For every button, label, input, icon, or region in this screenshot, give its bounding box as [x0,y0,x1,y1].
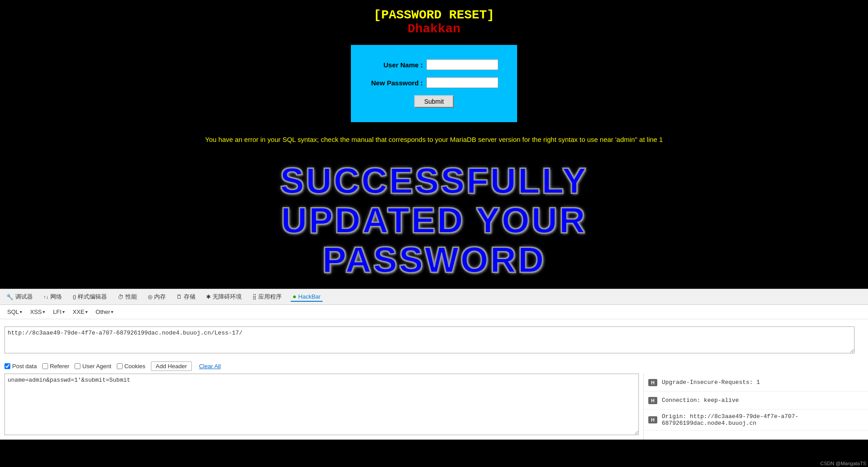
menu-other[interactable]: Other [93,308,116,316]
submit-button[interactable]: Submit [414,95,454,108]
accessibility-icon [206,294,211,300]
header-text-1: Upgrade-Insecure-Requests: 1 [662,379,760,386]
toolbar-item-accessibility[interactable]: 无障碍环境 [204,292,244,302]
password-reset-form: User Name : New Password : Submit [351,45,517,122]
header-badge-3: H [648,416,657,423]
storage-icon [177,294,182,300]
app-icon [252,294,257,300]
cookies-label: Cookies [124,363,146,370]
success-line1: SUCCESSFULLY [280,161,588,201]
browser-content: [PASSWORD RESET] Dhakkan User Name : New… [0,0,868,289]
curly-icon [73,294,76,300]
referer-checkbox-label[interactable]: Referer [42,363,69,370]
devtools-toolbar: 调试器 网络 样式编辑器 性能 内存 存储 无障碍环境 应用程序 HackBar [0,289,868,305]
toolbar-item-storage[interactable]: 存储 [175,292,197,302]
submit-row: Submit [370,95,498,108]
watermark: CSDN @MangataTS [820,461,866,466]
toolbar-label-style: 样式编辑器 [78,293,107,301]
toolbar-item-perf[interactable]: 性能 [116,292,139,302]
cookies-checkbox[interactable] [117,363,123,369]
perf-icon [118,294,124,300]
header-item-2: H Connection: keep-alive [644,392,868,410]
toolbar-label-memory: 内存 [154,293,166,301]
success-line3: PASSWORD [280,240,588,280]
referer-checkbox[interactable] [42,363,48,369]
page-subtitle: Dhakkan [407,22,461,36]
postdata-checkbox-label[interactable]: Post data [4,363,37,370]
username-input[interactable] [426,59,498,70]
useragent-label: User Agent [82,363,111,370]
toolbar-item-style[interactable]: 样式编辑器 [71,292,109,302]
useragent-checkbox-label[interactable]: User Agent [75,363,111,370]
wrench-icon [6,294,13,300]
header-badge-1: H [648,379,657,386]
password-input[interactable] [426,77,498,88]
toolbar-label-perf: 性能 [125,293,137,301]
postdata-label: Post data [12,363,37,370]
username-row: User Name : [370,59,498,70]
add-header-button[interactable]: Add Header [151,361,192,371]
main-content-area: uname=admin&passwd=1'&submit=Submit H Up… [0,374,868,440]
header-item-3: H Origin: http://8c3aae49-79de-4f7e-a707… [644,410,868,431]
toolbar-label-storage: 存储 [184,293,195,301]
toolbar-item-hackbar[interactable]: HackBar [291,292,322,302]
toolbar-label-accessibility: 无障碍环境 [213,293,242,301]
clear-all-button[interactable]: Clear All [197,362,222,370]
menu-xxe[interactable]: XXE [70,308,90,316]
header-badge-2: H [648,397,657,404]
hackbar-menu: SQL XSS LFI XXE Other [0,305,868,319]
username-label: User Name : [370,61,423,69]
toolbar-item-application[interactable]: 应用程序 [251,292,283,302]
toolbar-label-application: 应用程序 [258,293,282,301]
toolbar-label-hackbar: HackBar [298,293,321,300]
dot-icon [292,293,296,300]
cookies-checkbox-label[interactable]: Cookies [117,363,146,370]
hackbar-panel: SQL XSS LFI XXE Other http://8c3aae49-79… [0,305,868,440]
headers-panel: H Upgrade-Insecure-Requests: 1 H Connect… [643,374,868,440]
menu-xss[interactable]: XSS [27,308,48,316]
header-text-3: Origin: http://8c3aae49-79de-4f7e-a707-6… [662,413,864,427]
postdata-checkbox[interactable] [4,363,10,369]
menu-sql[interactable]: SQL [4,308,25,316]
menu-lfi[interactable]: LFI [50,308,67,316]
post-data-input[interactable]: uname=admin&passwd=1'&submit=Submit [4,374,639,435]
password-row: New Password : [370,77,498,88]
password-label: New Password : [370,79,423,87]
header-item-1: H Upgrade-Insecure-Requests: 1 [644,374,868,392]
toolbar-item-network[interactable]: 网络 [42,292,64,302]
referer-label: Referer [50,363,69,370]
options-row: Post data Referer User Agent Cookies Add… [0,359,868,374]
success-message: SUCCESSFULLY UPDATED YOUR PASSWORD [280,152,588,289]
useragent-checkbox[interactable] [75,363,80,369]
page-title: [PASSWORD RESET] [374,8,495,22]
mem-icon [148,294,152,300]
success-line2: UPDATED YOUR [280,201,588,240]
sql-error-message: You have an error in your SQL syntax; ch… [196,131,672,148]
url-input[interactable]: http://8c3aae49-79de-4f7e-a707-687926199… [4,326,855,353]
url-area: http://8c3aae49-79de-4f7e-a707-687926199… [4,323,864,355]
header-text-2: Connection: keep-alive [662,397,739,404]
toolbar-label-network: 网络 [50,293,62,301]
toolbar-item-memory[interactable]: 内存 [146,292,168,302]
network-icon [44,294,49,300]
toolbar-item-debugger[interactable]: 调试器 [4,292,35,302]
toolbar-label-debugger: 调试器 [15,293,33,301]
